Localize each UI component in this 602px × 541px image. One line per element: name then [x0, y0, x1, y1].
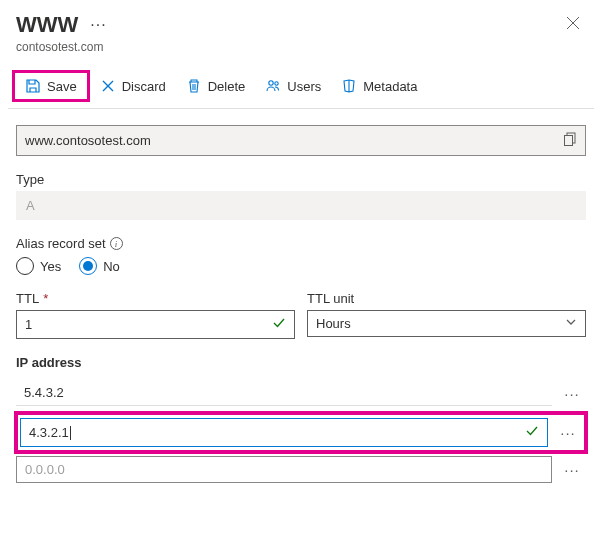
page-subtitle: contosotest.com: [16, 40, 107, 54]
ttl-unit-label: TTL unit: [307, 291, 586, 306]
close-button[interactable]: [560, 12, 586, 37]
metadata-icon: [341, 78, 357, 94]
ip-row: 5.4.3.2 ···: [16, 380, 586, 406]
ip-row-more-button[interactable]: ···: [558, 385, 586, 402]
type-label: Type: [16, 172, 586, 187]
close-icon: [566, 16, 580, 30]
ip-row-more-button[interactable]: ···: [554, 424, 582, 441]
discard-label: Discard: [122, 79, 166, 94]
delete-label: Delete: [208, 79, 246, 94]
users-button[interactable]: Users: [255, 73, 331, 99]
fqdn-value: www.contosotest.com: [25, 133, 563, 148]
svg-point-1: [275, 82, 278, 85]
ip-input-active[interactable]: 4.3.2.1: [20, 418, 548, 447]
page-title: WWW: [16, 12, 78, 38]
ttl-label: TTL*: [16, 291, 295, 306]
delete-button[interactable]: Delete: [176, 73, 256, 99]
copy-button[interactable]: [563, 132, 577, 149]
discard-icon: [100, 78, 116, 94]
alias-label: Alias record set i: [16, 236, 586, 251]
check-icon: [272, 316, 286, 333]
ip-row: 0.0.0.0 ···: [16, 456, 586, 483]
ip-row-more-button[interactable]: ···: [558, 461, 586, 478]
delete-icon: [186, 78, 202, 94]
metadata-button[interactable]: Metadata: [331, 73, 427, 99]
ttl-input[interactable]: 1: [16, 310, 295, 339]
alias-yes-label: Yes: [40, 259, 61, 274]
svg-point-0: [269, 81, 273, 85]
alias-radio-no[interactable]: No: [79, 257, 120, 275]
save-label: Save: [47, 79, 77, 94]
discard-button[interactable]: Discard: [90, 73, 176, 99]
svg-rect-3: [565, 136, 573, 146]
ip-row: 4.3.2.1 ···: [20, 418, 582, 447]
toolbar: Save Discard Delete Users Metadata: [8, 70, 594, 109]
check-icon: [525, 424, 539, 441]
save-button[interactable]: Save: [12, 70, 90, 102]
chevron-down-icon: [565, 316, 577, 331]
save-icon: [25, 78, 41, 94]
type-value: A: [16, 191, 586, 220]
fqdn-field: www.contosotest.com: [16, 125, 586, 156]
radio-icon: [79, 257, 97, 275]
alias-radio-yes[interactable]: Yes: [16, 257, 61, 275]
users-label: Users: [287, 79, 321, 94]
header-more-button[interactable]: ···: [90, 16, 106, 34]
alias-no-label: No: [103, 259, 120, 274]
copy-icon: [563, 132, 577, 146]
ip-input-placeholder[interactable]: 0.0.0.0: [16, 456, 552, 483]
ttl-value: 1: [25, 317, 272, 332]
info-icon[interactable]: i: [110, 237, 123, 250]
radio-icon: [16, 257, 34, 275]
ip-value-cell[interactable]: 5.4.3.2: [16, 380, 552, 406]
ttl-unit-value: Hours: [316, 316, 351, 331]
ip-address-header: IP address: [16, 355, 586, 370]
ttl-unit-select[interactable]: Hours: [307, 310, 586, 337]
metadata-label: Metadata: [363, 79, 417, 94]
users-icon: [265, 78, 281, 94]
